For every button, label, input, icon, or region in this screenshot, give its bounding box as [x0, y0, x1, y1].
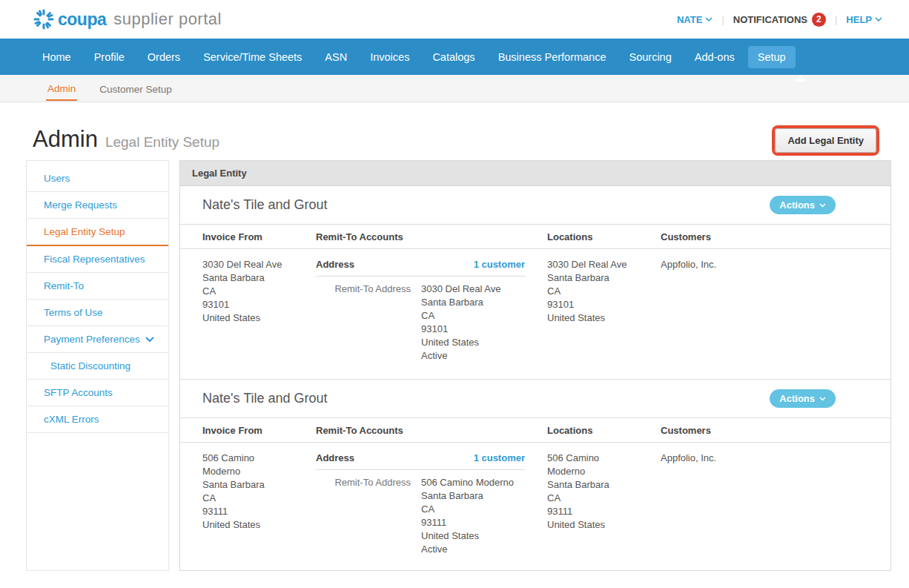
- sidebar-item-label: Legal Entity Setup: [44, 226, 125, 237]
- help-menu[interactable]: HELP: [846, 14, 882, 25]
- actions-button-label: Actions: [779, 393, 815, 404]
- sidebar-item-label: cXML Errors: [44, 414, 99, 425]
- sidebar-item-fiscal-representatives[interactable]: Fiscal Representatives: [27, 246, 168, 273]
- entity-name: Nate's Tile and Grout: [202, 391, 328, 406]
- top-header: coupa supplier portal NATE | NOTIFICATIO…: [0, 0, 909, 39]
- notifications-label: NOTIFICATIONS: [733, 14, 807, 25]
- coupa-logo[interactable]: coupa supplier portal: [33, 8, 222, 30]
- actions-button-label: Actions: [779, 199, 815, 211]
- column-header-remit-to-accounts: Remit-To Accounts: [316, 231, 547, 242]
- chevron-down-icon: [705, 17, 713, 22]
- sidebar-item-label: Merge Requests: [44, 199, 117, 211]
- address-label: Address: [316, 258, 354, 271]
- invoice-from-address: 506 Camino Moderno Santa Barbara CA 9311…: [202, 452, 316, 556]
- nav-item-home[interactable]: Home: [33, 46, 81, 68]
- main-nav: Home Profile Orders Service/Time Sheets …: [0, 39, 909, 75]
- actions-button[interactable]: Actions: [770, 196, 836, 214]
- coupa-starburst-icon: [33, 8, 55, 30]
- chevron-down-icon: [819, 397, 826, 401]
- sidebar-item-terms-of-use[interactable]: Terms of Use: [27, 300, 168, 326]
- nav-item-sourcing[interactable]: Sourcing: [620, 46, 681, 68]
- user-menu-label: NATE: [677, 14, 702, 25]
- sidebar-item-static-discounting[interactable]: Static Discounting: [27, 353, 168, 380]
- customers-value: Appfolio, Inc.: [661, 258, 890, 363]
- help-menu-label: HELP: [846, 14, 872, 25]
- locations-address: 3030 Del Real Ave Santa Barbara CA 93101…: [547, 258, 661, 363]
- tab-customer-setup[interactable]: Customer Setup: [98, 77, 173, 100]
- notifications-badge: 2: [812, 13, 826, 27]
- entity-data-row: 3030 Del Real Ave Santa Barbara CA 93101…: [180, 249, 890, 379]
- logo-suffix-text: supplier portal: [113, 10, 222, 29]
- content-area: Users Merge Requests Legal Entity Setup …: [26, 160, 891, 571]
- remit-to-address-label: Remit-To Address: [316, 283, 411, 363]
- nav-item-add-ons[interactable]: Add-ons: [685, 46, 744, 68]
- nav-item-invoices[interactable]: Invoices: [360, 46, 419, 68]
- legal-entity-panel: Legal Entity Nate's Tile and Grout Actio…: [179, 160, 891, 571]
- sidebar-item-label: Remit-To: [44, 280, 84, 291]
- column-header-remit-to-accounts: Remit-To Accounts: [316, 425, 547, 436]
- locations-address: 506 Camino Moderno Santa Barbara CA 9311…: [547, 452, 661, 556]
- sidebar-item-label: Fiscal Representatives: [44, 254, 145, 265]
- page-subtitle: Legal Entity Setup: [105, 134, 219, 151]
- sub-nav: Admin Customer Setup: [0, 75, 909, 102]
- sidebar-item-remit-to[interactable]: Remit-To: [27, 273, 168, 300]
- nav-item-business-performance[interactable]: Business Performance: [489, 46, 616, 68]
- notifications-link[interactable]: NOTIFICATIONS 2: [733, 13, 826, 27]
- user-menu[interactable]: NATE: [677, 14, 713, 25]
- remit-to-address-value: 3030 Del Real Ave Santa Barbara CA 93101…: [421, 283, 509, 363]
- nav-item-asn[interactable]: ASN: [315, 46, 357, 68]
- column-header-customers: Customers: [661, 425, 890, 436]
- customers-value: Appfolio, Inc.: [661, 452, 890, 556]
- page-title-row: Admin Legal Entity Setup Add Legal Entit…: [33, 119, 879, 153]
- sidebar-item-label: Static Discounting: [50, 360, 130, 371]
- entity-name: Nate's Tile and Grout: [202, 197, 328, 213]
- column-header-invoice-from: Invoice From: [202, 425, 316, 436]
- sidebar-item-legal-entity-setup[interactable]: Legal Entity Setup: [27, 219, 168, 246]
- sidebar-item-merge-requests[interactable]: Merge Requests: [27, 192, 168, 219]
- column-header-locations: Locations: [547, 231, 661, 242]
- remit-to-address-label: Remit-To Address: [316, 476, 411, 556]
- remit-to-address-value: 506 Camino Moderno Santa Barbara CA 9311…: [421, 476, 523, 556]
- add-legal-entity-button[interactable]: Add Legal Entity: [775, 128, 876, 153]
- sidebar-item-sftp-accounts[interactable]: SFTP Accounts: [27, 380, 168, 406]
- actions-button[interactable]: Actions: [770, 389, 836, 408]
- chevron-down-icon: [819, 203, 826, 208]
- tab-admin[interactable]: Admin: [46, 76, 77, 101]
- nav-item-service-time-sheets[interactable]: Service/Time Sheets: [194, 46, 311, 68]
- chevron-down-icon: [875, 17, 882, 22]
- nav-item-setup[interactable]: Setup: [748, 46, 796, 68]
- nav-item-catalogs[interactable]: Catalogs: [423, 46, 484, 68]
- admin-sidebar: Users Merge Requests Legal Entity Setup …: [26, 160, 169, 571]
- sidebar-item-payment-preferences[interactable]: Payment Preferences: [27, 326, 168, 353]
- logo-brand-text: coupa: [58, 10, 106, 30]
- sidebar-item-label: SFTP Accounts: [44, 387, 113, 398]
- column-header-locations: Locations: [547, 425, 661, 436]
- legal-entity-section: Nate's Tile and Grout Actions Invoice Fr…: [180, 186, 890, 379]
- sidebar-item-users[interactable]: Users: [27, 165, 168, 192]
- sidebar-item-label: Terms of Use: [44, 307, 103, 318]
- nav-item-profile[interactable]: Profile: [85, 46, 134, 68]
- chevron-down-icon: [145, 337, 154, 343]
- sidebar-item-label: Payment Preferences: [44, 334, 140, 345]
- panel-header: Legal Entity: [180, 161, 890, 186]
- invoice-from-address: 3030 Del Real Ave Santa Barbara CA 93101…: [202, 258, 316, 363]
- column-header-invoice-from: Invoice From: [202, 231, 316, 242]
- entity-data-row: 506 Camino Moderno Santa Barbara CA 9311…: [180, 443, 890, 571]
- page-title: Admin: [33, 126, 98, 153]
- sidebar-item-label: Users: [44, 173, 70, 184]
- divider: |: [835, 14, 837, 25]
- customer-count-link[interactable]: 1 customer: [474, 452, 525, 465]
- address-label: Address: [316, 452, 354, 465]
- column-header-customers: Customers: [661, 231, 890, 242]
- setup-caret: [794, 75, 807, 82]
- nav-item-orders[interactable]: Orders: [138, 46, 190, 68]
- divider: |: [721, 14, 724, 25]
- customer-count-link[interactable]: 1 customer: [474, 258, 525, 271]
- legal-entity-section: Nate's Tile and Grout Actions Invoice Fr…: [180, 379, 890, 571]
- sidebar-item-cxml-errors[interactable]: cXML Errors: [27, 406, 168, 433]
